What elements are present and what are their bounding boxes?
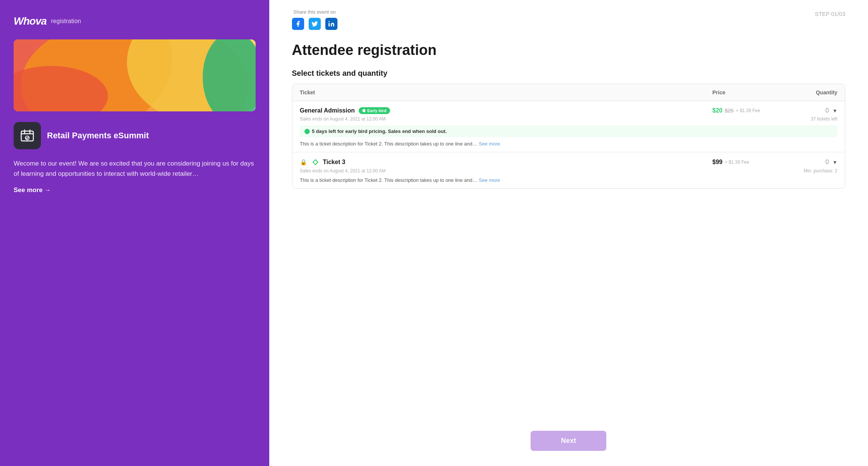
early-bird-notice: 5 days left for early bird pricing. Sale…	[300, 125, 837, 137]
svg-point-9	[362, 109, 365, 112]
early-bird-notice-text: 5 days left for early bird pricing. Sale…	[312, 128, 447, 134]
quantity-general[interactable]: 0 ▼	[788, 107, 837, 114]
svg-point-10	[304, 129, 309, 134]
event-name: Retail Payments eSummit	[47, 130, 149, 141]
th-ticket: Ticket	[300, 89, 712, 95]
th-quantity: Quantity	[788, 89, 837, 95]
quantity-3[interactable]: 0 ▼	[788, 159, 837, 166]
min-purchase-3: Min. purchase: 2	[804, 168, 837, 174]
ticket-row-general: General Admission Early bird $20 $25 + $…	[292, 101, 845, 152]
price-original-general: $25	[725, 108, 734, 114]
next-button[interactable]: Next	[531, 431, 606, 451]
right-footer: Next	[269, 423, 868, 466]
share-icons	[292, 18, 337, 30]
table-header: Ticket Price Quantity	[292, 84, 845, 101]
facebook-icon[interactable]	[292, 18, 304, 30]
step-label: STEP 01/03	[815, 9, 845, 17]
share-label: Share this event on	[293, 9, 336, 15]
see-more-3[interactable]: See more	[479, 177, 500, 183]
ticket-name-area-3: 🔒 Ticket 3	[300, 158, 712, 166]
ticket-name-area-general: General Admission Early bird	[300, 107, 712, 114]
ticket-price-3: $99 + $1.39 Fee	[712, 159, 788, 166]
qty-value-3: 0	[823, 159, 831, 166]
ticket-name-3: Ticket 3	[323, 159, 345, 166]
sales-ends-3: Sales ends on August 4, 2021 at 12:00 AM	[300, 168, 386, 174]
early-bird-badge: Early bird	[359, 107, 390, 114]
linkedin-icon[interactable]	[325, 18, 337, 30]
sales-ends-general: Sales ends on August 4, 2021 at 12:00 AM	[300, 116, 386, 122]
logo-subtitle: registration	[51, 18, 81, 25]
ticket-main-general: General Admission Early bird $20 $25 + $…	[292, 101, 845, 116]
section-title: Select tickets and quantity	[292, 69, 845, 78]
ticket-table: Ticket Price Quantity General Admission …	[292, 84, 845, 189]
share-section: Share this event on	[292, 9, 337, 30]
left-panel: Whova registration Retail Payments eSumm…	[0, 0, 269, 466]
ticket-description-3: This is a ticket description for Ticket …	[292, 176, 845, 188]
logo-area: Whova registration	[14, 15, 256, 27]
right-header: Share this event on STEP 01/03	[269, 0, 868, 34]
event-icon	[14, 122, 41, 149]
event-banner	[14, 39, 256, 111]
ticket3-tag-icon	[312, 158, 319, 166]
right-content: Attendee registration Select tickets and…	[269, 34, 868, 423]
ticket-meta-3: Sales ends on August 4, 2021 at 12:00 AM…	[292, 168, 845, 176]
ticket-meta-general: Sales ends on August 4, 2021 at 12:00 AM…	[292, 116, 845, 124]
qty-dropdown-3[interactable]: ▼	[832, 160, 837, 165]
see-more-link[interactable]: See more →	[14, 186, 256, 194]
right-panel: Share this event on STEP 01/03 Attendee …	[269, 0, 868, 466]
qty-dropdown-general[interactable]: ▼	[832, 108, 837, 114]
ticket-price-general: $20 $25 + $1.39 Fee	[712, 107, 788, 114]
price-fee-general: + $1.39 Fee	[736, 108, 760, 113]
logo-text: Whova	[14, 15, 47, 27]
ticket3-price-fee: + $1.39 Fee	[725, 160, 749, 165]
ticket-main-3: 🔒 Ticket 3 $99 + $1.39 Fee 0 ▼	[292, 152, 845, 168]
ticket3-price-main: $99	[712, 159, 723, 166]
page-title: Attendee registration	[292, 42, 845, 58]
tickets-left-general: 37 tickets left	[811, 116, 837, 122]
th-price: Price	[712, 89, 788, 95]
svg-point-8	[328, 21, 329, 22]
ticket-description-general: This is a ticket description for Ticket …	[292, 139, 845, 152]
twitter-icon[interactable]	[309, 18, 321, 30]
qty-value-general: 0	[823, 107, 831, 114]
price-current-general: $20	[712, 107, 723, 114]
ticket-name-general: General Admission	[300, 107, 355, 114]
ticket-row-3: 🔒 Ticket 3 $99 + $1.39 Fee 0 ▼ Sales end…	[292, 152, 845, 188]
lock-icon: 🔒	[300, 159, 307, 166]
event-info: Retail Payments eSummit	[14, 122, 256, 149]
event-description: Wecome to our event! We are so excited t…	[14, 158, 256, 179]
see-more-general[interactable]: See more	[479, 141, 500, 147]
svg-point-4	[203, 39, 255, 111]
